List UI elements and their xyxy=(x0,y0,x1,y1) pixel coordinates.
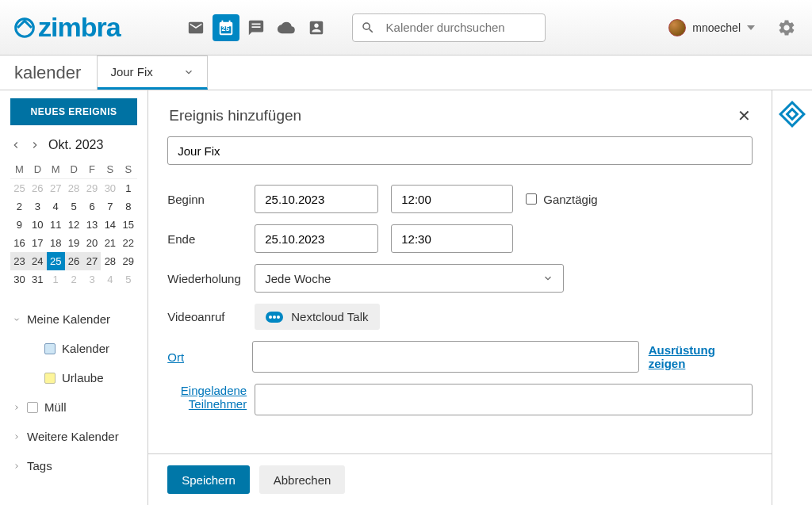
calendar-group-tags[interactable]: Tags xyxy=(0,451,147,480)
calendar-day[interactable]: 3 xyxy=(29,197,47,216)
tab-event[interactable]: Jour Fix xyxy=(98,55,207,90)
chevron-right-icon xyxy=(13,431,21,442)
mail-icon[interactable] xyxy=(182,14,209,41)
videocall-chip[interactable]: Nextcloud Talk xyxy=(255,304,379,330)
calendar-day[interactable]: 25 xyxy=(47,252,65,270)
end-date-input[interactable] xyxy=(255,224,378,253)
cloud-icon[interactable] xyxy=(273,14,300,41)
calendar-day[interactable]: 3 xyxy=(83,270,102,289)
chevron-down-icon[interactable] xyxy=(183,67,194,78)
calendar-day[interactable]: 27 xyxy=(47,179,65,197)
chevron-right-icon xyxy=(13,461,21,472)
user-menu[interactable]: mnoechel xyxy=(662,16,761,40)
calendar-day[interactable]: 1 xyxy=(119,179,137,197)
calendar-item-kalender[interactable]: Kalender xyxy=(0,334,147,363)
calendar-day[interactable]: 30 xyxy=(101,179,119,197)
weekday-header: M xyxy=(10,160,29,179)
calendar-day[interactable]: 14 xyxy=(101,216,119,234)
invitees-label[interactable]: Eingeladene Teilnehmer xyxy=(167,384,255,411)
settings-button[interactable] xyxy=(774,15,799,40)
app-launcher-icon[interactable] xyxy=(779,101,806,128)
calendar-item-mull[interactable]: Müll xyxy=(0,392,147,422)
calendar-day[interactable]: 16 xyxy=(10,234,29,252)
mini-calendar-month: Okt. 2023 xyxy=(48,138,137,152)
weekday-header: D xyxy=(65,160,83,179)
calendar-group-my[interactable]: Meine Kalender xyxy=(0,304,147,334)
calendar-day[interactable]: 5 xyxy=(119,270,137,289)
contacts-icon[interactable] xyxy=(303,14,330,41)
calendar-day[interactable]: 4 xyxy=(47,197,65,216)
save-button[interactable]: Speichern xyxy=(167,465,250,494)
calendar-day[interactable]: 19 xyxy=(65,234,83,252)
allday-checkbox[interactable]: Ganztägig xyxy=(526,193,597,206)
new-event-button[interactable]: NEUES EREIGNIS xyxy=(10,98,137,125)
videocall-chip-label: Nextcloud Talk xyxy=(291,310,368,323)
chevron-down-icon xyxy=(542,273,553,284)
calendar-group-other[interactable]: Weitere Kalender xyxy=(0,422,147,451)
event-title-input[interactable] xyxy=(167,136,753,165)
calendar-day[interactable]: 2 xyxy=(10,197,29,216)
search-input[interactable] xyxy=(386,21,537,34)
calendar-day[interactable]: 13 xyxy=(83,216,102,234)
search-icon xyxy=(361,21,375,35)
gear-icon xyxy=(777,18,796,37)
calendar-day[interactable]: 31 xyxy=(29,270,47,289)
section-label: kalender xyxy=(0,55,98,90)
prev-month-button[interactable] xyxy=(10,140,21,151)
calendar-day[interactable]: 15 xyxy=(119,216,137,234)
repeat-select[interactable]: Jede Woche xyxy=(255,264,564,293)
calendar-day[interactable]: 28 xyxy=(101,252,119,270)
calendar-item-label: Urlaube xyxy=(62,371,104,384)
mini-calendar-grid: MDMDFSS252627282930123456789101112131415… xyxy=(10,160,137,289)
calendar-day[interactable]: 30 xyxy=(10,270,29,289)
calendar-day[interactable]: 21 xyxy=(101,234,119,252)
nav-icons: 25 xyxy=(182,14,330,41)
calendar-day[interactable]: 1 xyxy=(47,270,65,289)
calendar-color-icon xyxy=(44,373,56,384)
calendar-day[interactable]: 26 xyxy=(29,179,47,197)
calendar-day[interactable]: 5 xyxy=(65,197,83,216)
weekday-header: F xyxy=(83,160,102,179)
logo-text: zimbra xyxy=(38,12,121,43)
calendar-day[interactable]: 4 xyxy=(101,270,119,289)
calendar-day[interactable]: 11 xyxy=(47,216,65,234)
search-box[interactable] xyxy=(352,13,546,42)
calendar-day[interactable]: 17 xyxy=(29,234,47,252)
calendar-day[interactable]: 28 xyxy=(65,179,83,197)
show-equipment-link[interactable]: Ausrüstung zeigen xyxy=(649,343,753,370)
calendar-day[interactable]: 29 xyxy=(119,252,137,270)
chat-icon[interactable] xyxy=(243,14,270,41)
calendar-day[interactable]: 24 xyxy=(29,252,47,270)
location-input[interactable] xyxy=(252,341,638,373)
main: NEUES EREIGNIS Okt. 2023 MDMDFSS25262728… xyxy=(0,90,812,505)
begin-time-input[interactable] xyxy=(391,185,513,213)
calendar-day[interactable]: 9 xyxy=(10,216,29,234)
calendar-day[interactable]: 26 xyxy=(65,252,83,270)
end-time-input[interactable] xyxy=(391,224,513,253)
calendar-day[interactable]: 7 xyxy=(101,197,119,216)
calendar-day[interactable]: 8 xyxy=(119,197,137,216)
mini-calendar: Okt. 2023 MDMDFSS25262728293012345678910… xyxy=(0,133,147,289)
close-button[interactable]: ✕ xyxy=(737,106,751,125)
calendar-group-label: Meine Kalender xyxy=(27,312,110,326)
calendar-day[interactable]: 29 xyxy=(83,179,102,197)
calendar-day[interactable]: 22 xyxy=(119,234,137,252)
begin-date-input[interactable] xyxy=(255,185,378,213)
right-rail xyxy=(772,90,812,505)
calendar-day[interactable]: 2 xyxy=(65,270,83,289)
calendar-day[interactable]: 27 xyxy=(83,252,102,270)
calendar-day[interactable]: 12 xyxy=(65,216,83,234)
calendar-day[interactable]: 6 xyxy=(83,197,102,216)
calendar-day[interactable]: 18 xyxy=(47,234,65,252)
location-label[interactable]: Ort xyxy=(167,350,252,364)
next-month-button[interactable] xyxy=(29,140,40,151)
calendar-icon-date: 25 xyxy=(222,25,230,33)
calendar-day[interactable]: 10 xyxy=(29,216,47,234)
calendar-item-urlaube[interactable]: Urlaube xyxy=(0,363,147,392)
invitees-input[interactable] xyxy=(255,384,753,415)
calendar-day[interactable]: 23 xyxy=(10,252,29,270)
cancel-button[interactable]: Abbrechen xyxy=(259,465,346,494)
calendar-day[interactable]: 25 xyxy=(10,179,29,197)
calendar-icon[interactable]: 25 xyxy=(213,14,239,41)
calendar-day[interactable]: 20 xyxy=(83,234,102,252)
